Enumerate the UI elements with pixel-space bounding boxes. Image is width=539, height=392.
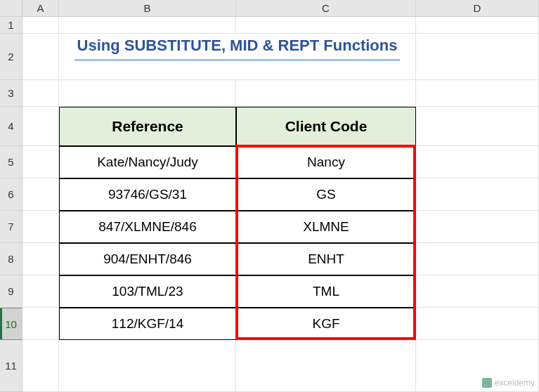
cell-c3[interactable] (236, 80, 416, 107)
cell-d1[interactable] (416, 17, 539, 34)
row-header-4[interactable]: 4 (0, 107, 22, 146)
row-header-8[interactable]: 8 (0, 243, 22, 275)
row-header-6[interactable]: 6 (0, 178, 22, 211)
cell-a11[interactable] (22, 340, 59, 392)
table-cell-c6[interactable]: GS (236, 178, 416, 211)
table-cell-b7[interactable]: 847/XLMNE/846 (59, 211, 236, 243)
cell-d2[interactable] (416, 34, 539, 80)
col-header-a[interactable]: A (22, 0, 59, 17)
cell-d7[interactable] (416, 211, 539, 243)
table-cell-b6[interactable]: 93746/GS/31 (59, 178, 236, 211)
table-cell-c8[interactable]: ENHT (236, 243, 416, 275)
cell-b11[interactable] (59, 340, 236, 392)
select-all-corner[interactable] (0, 0, 22, 17)
table-cell-b8[interactable]: 904/ENHT/846 (59, 243, 236, 275)
table-header-reference[interactable]: Reference (59, 107, 236, 146)
row-header-11[interactable]: 11 (0, 340, 22, 392)
row-header-9[interactable]: 9 (0, 275, 22, 308)
cell-a1[interactable] (22, 17, 59, 34)
row-header-7[interactable]: 7 (0, 211, 22, 243)
watermark: exceldemy (482, 378, 535, 388)
cell-c11[interactable] (236, 340, 416, 392)
cell-a9[interactable] (22, 275, 59, 308)
cell-b1[interactable] (59, 17, 236, 34)
watermark-icon (482, 378, 492, 388)
cell-d5[interactable] (416, 146, 539, 178)
cell-d8[interactable] (416, 243, 539, 275)
row-header-1[interactable]: 1 (0, 17, 22, 34)
watermark-text: exceldemy (495, 378, 535, 388)
cell-a6[interactable] (22, 178, 59, 211)
cell-d10[interactable] (416, 308, 539, 340)
row-header-2[interactable]: 2 (0, 34, 22, 80)
table-cell-c7[interactable]: XLMNE (236, 211, 416, 243)
row-header-5[interactable]: 5 (0, 146, 22, 178)
cell-a4[interactable] (22, 107, 59, 146)
table-cell-c9[interactable]: TML (236, 275, 416, 308)
table-header-clientcode[interactable]: Client Code (236, 107, 416, 146)
table-cell-c5[interactable]: Nancy (236, 146, 416, 178)
cell-a5[interactable] (22, 146, 59, 178)
cell-d3[interactable] (416, 80, 539, 107)
cell-d9[interactable] (416, 275, 539, 308)
table-cell-b5[interactable]: Kate/Nancy/Judy (59, 146, 236, 178)
page-title: Using SUBSTITUTE, MID & REPT Functions (74, 37, 401, 61)
cell-d6[interactable] (416, 178, 539, 211)
col-header-c[interactable]: C (236, 0, 416, 17)
row-header-10[interactable]: 10 (0, 308, 22, 340)
cell-b3[interactable] (59, 80, 236, 107)
cell-d4[interactable] (416, 107, 539, 146)
col-header-d[interactable]: D (416, 0, 539, 17)
cell-a7[interactable] (22, 211, 59, 243)
table-cell-c10[interactable]: KGF (236, 308, 416, 340)
cell-a8[interactable] (22, 243, 59, 275)
col-header-b[interactable]: B (59, 0, 236, 17)
cell-a2[interactable] (22, 34, 59, 80)
cell-a10[interactable] (22, 308, 59, 340)
cell-title[interactable]: Using SUBSTITUTE, MID & REPT Functions (59, 34, 416, 80)
cell-c1[interactable] (236, 17, 416, 34)
cell-a3[interactable] (22, 80, 59, 107)
table-cell-b9[interactable]: 103/TML/23 (59, 275, 236, 308)
table-cell-b10[interactable]: 112/KGF/14 (59, 308, 236, 340)
row-header-3[interactable]: 3 (0, 80, 22, 107)
